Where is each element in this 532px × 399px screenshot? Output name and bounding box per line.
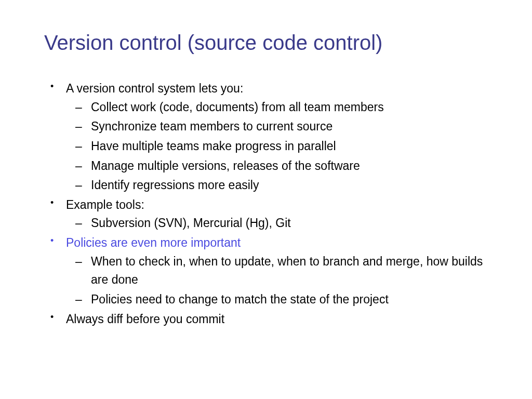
sub-bullet-text: Policies need to change to match the sta… [91,292,389,306]
bullet-text: Example tools: [66,198,144,211]
bullet-item: Example tools: Subversion (SVN), Mercuri… [44,196,488,233]
sub-bullet-item: Have multiple teams make progress in par… [66,137,488,156]
bullet-list-level2: Collect work (code, documents) from all … [66,98,488,195]
sub-bullet-text: Subversion (SVN), Mercurial (Hg), Git [91,216,291,230]
bullet-text: Always diff before you commit [66,312,224,326]
bullet-list-level1: A version control system lets you: Colle… [44,79,488,328]
slide-title: Version control (source code control) [44,31,488,55]
sub-bullet-text: Manage multiple versions, releases of th… [91,159,360,172]
sub-bullet-item: Identify regressions more easily [66,176,488,195]
bullet-list-level2: When to check in, when to update, when t… [66,252,488,309]
bullet-item: A version control system lets you: Colle… [44,79,488,195]
sub-bullet-text: Identify regressions more easily [91,178,259,192]
bullet-list-level2: Subversion (SVN), Mercurial (Hg), Git [66,214,488,233]
sub-bullet-text: Have multiple teams make progress in par… [91,139,336,153]
slide-content: A version control system lets you: Colle… [44,79,488,328]
sub-bullet-item: When to check in, when to update, when t… [66,252,488,289]
bullet-item: Always diff before you commit [44,310,488,329]
sub-bullet-item: Subversion (SVN), Mercurial (Hg), Git [66,214,488,233]
sub-bullet-item: Synchronize team members to current sour… [66,117,488,136]
sub-bullet-item: Collect work (code, documents) from all … [66,98,488,117]
sub-bullet-text: Synchronize team members to current sour… [91,119,332,133]
sub-bullet-text: Collect work (code, documents) from all … [91,100,384,114]
sub-bullet-item: Policies need to change to match the sta… [66,290,488,309]
bullet-text: A version control system lets you: [66,82,243,95]
bullet-text: Policies are even more important [66,236,241,249]
sub-bullet-text: When to check in, when to update, when t… [91,255,483,287]
bullet-item-highlighted: Policies are even more important When to… [44,234,488,309]
sub-bullet-item: Manage multiple versions, releases of th… [66,157,488,176]
